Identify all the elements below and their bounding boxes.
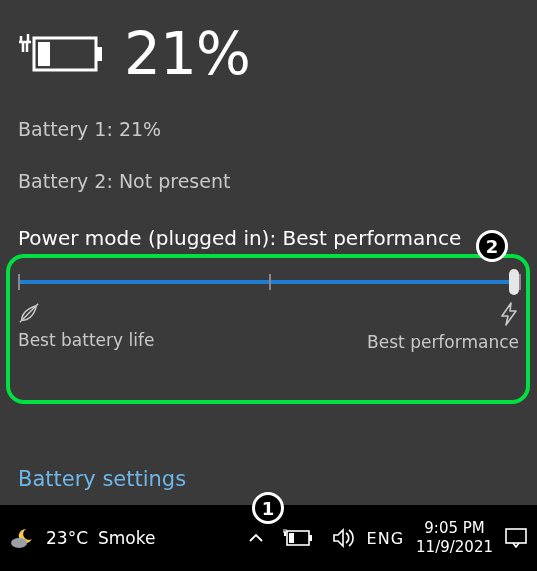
slider-right-text: Best performance [367, 332, 519, 352]
tray-battery-button[interactable] [276, 518, 321, 558]
moon-cloud-icon [10, 525, 36, 551]
weather-widget[interactable]: 23°C Smoke [10, 518, 155, 558]
lightning-icon [499, 302, 519, 326]
clock-time: 9:05 PM [424, 519, 484, 538]
tray-clock-button[interactable]: 9:05 PM 11/9/2021 [416, 518, 493, 558]
power-mode-slider[interactable] [18, 270, 519, 294]
clock-date: 11/9/2021 [416, 538, 493, 557]
battery-hero: 21% [18, 20, 519, 88]
battery-1-status: Battery 1: 21% [18, 118, 519, 140]
action-center-icon [505, 528, 527, 548]
tray-language-button[interactable]: ENG [367, 518, 404, 558]
svg-rect-5 [309, 535, 312, 541]
battery-settings-link[interactable]: Battery settings [18, 467, 519, 491]
svg-rect-2 [38, 42, 50, 66]
volume-icon [333, 528, 355, 548]
weather-condition: Smoke [98, 528, 155, 548]
svg-rect-1 [96, 47, 102, 61]
battery-icon [283, 529, 313, 547]
language-indicator: ENG [367, 529, 404, 548]
svg-rect-7 [506, 529, 526, 543]
action-center-button[interactable] [505, 518, 527, 558]
tray-volume-button[interactable] [333, 518, 355, 558]
battery-charging-icon [18, 32, 104, 76]
slider-tick [18, 274, 20, 290]
battery-2-status: Battery 2: Not present [18, 170, 519, 192]
slider-labels-row: Best battery life Best performance [18, 302, 519, 352]
power-mode-section: Power mode (plugged in): Best performanc… [18, 226, 519, 352]
battery-flyout: 21% Battery 1: 21% Battery 2: Not presen… [0, 0, 537, 505]
leaf-icon [18, 302, 40, 324]
slider-label-left: Best battery life [18, 302, 154, 350]
chevron-up-icon [248, 530, 264, 546]
battery-percent: 21% [124, 20, 250, 88]
slider-tick [519, 274, 521, 290]
slider-tick [269, 274, 271, 290]
system-tray: ENG 9:05 PM 11/9/2021 [248, 518, 527, 558]
weather-temp: 23°C [46, 528, 88, 548]
power-mode-label: Power mode (plugged in): Best performanc… [18, 226, 519, 250]
svg-rect-6 [289, 533, 294, 543]
tray-overflow-button[interactable] [248, 518, 264, 558]
slider-thumb[interactable] [509, 269, 519, 295]
svg-point-3 [11, 538, 27, 548]
slider-label-right: Best performance [367, 302, 519, 352]
slider-left-text: Best battery life [18, 330, 154, 350]
taskbar: 23°C Smoke [0, 505, 537, 571]
